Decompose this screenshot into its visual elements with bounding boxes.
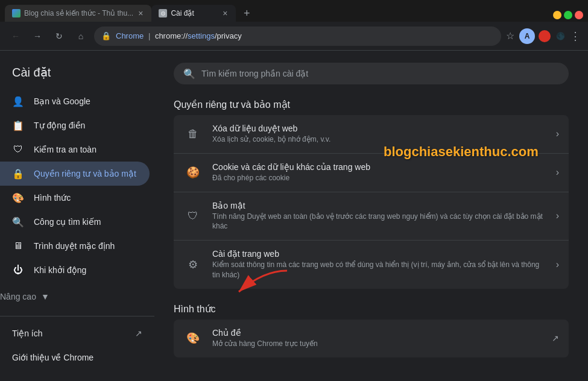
privacy-section-title: Quyền riêng tư và bảo mật xyxy=(174,99,569,110)
theme-row[interactable]: 🎨 Chủ đề Mở cửa hàng Chrome trực tuyến ↗ xyxy=(174,320,569,357)
startup-icon: ⏻ xyxy=(12,264,24,276)
bookmark-button[interactable]: ☆ xyxy=(506,30,514,42)
sidebar-label-ban-va-google: Bạn và Google xyxy=(34,96,90,106)
appearance-icon: 🎨 xyxy=(12,192,24,204)
autofill-icon: 📋 xyxy=(12,119,24,131)
sidebar-item-tien-ich[interactable]: Tiện ích ↗ xyxy=(0,321,154,345)
window-minimize[interactable] xyxy=(553,11,561,19)
sidebar-label-gioi-thieu: Giới thiệu về Chrome xyxy=(12,353,93,362)
default-browser-icon: 🖥 xyxy=(12,240,24,252)
sidebar-item-gioi-thieu[interactable]: Giới thiệu về Chrome xyxy=(0,345,154,370)
theme-title: Chủ đề xyxy=(212,328,542,338)
user-icon: 👤 xyxy=(12,95,24,107)
chevron-right-icon-3: › xyxy=(556,210,559,221)
site-settings-subtitle: Kiểm soát thông tin mà các trang web có … xyxy=(212,260,546,280)
security-subtitle: Tính năng Duyệt web an toàn (bảo vệ trướ… xyxy=(212,212,546,232)
privacy-settings-card: 🗑 Xóa dữ liệu duyệt web Xóa lịch sử, coo… xyxy=(174,115,569,289)
sidebar-label-quyen-rieng-tu: Quyền riêng tư và bảo mật xyxy=(34,169,136,178)
lock-icon: 🔒 xyxy=(101,31,111,40)
external-link-icon: ↗ xyxy=(135,329,142,338)
sidebar-item-kiem-tra-an-toan[interactable]: 🛡 Kiểm tra an toàn xyxy=(0,137,150,162)
site-settings-title: Cài đặt trang web xyxy=(212,249,546,259)
sidebar-label-kiem-tra-an-toan: Kiểm tra an toàn xyxy=(34,145,96,154)
tab-settings-close[interactable]: × xyxy=(221,7,229,19)
profile-area: A 🌑 ⋮ xyxy=(519,28,581,44)
clear-data-title: Xóa dữ liệu duyệt web xyxy=(212,124,546,133)
url-bar[interactable]: 🔒 Chrome | chrome://settings/privacy xyxy=(94,27,501,46)
title-bar: Blog chia sẻ kiến thức - Thủ thu... × ⚙ … xyxy=(0,0,588,22)
clear-data-subtitle: Xóa lịch sử, cookie, bộ nhớ đệm, v.v. xyxy=(212,134,546,145)
advanced-section: Nâng cao ▼ xyxy=(0,292,154,301)
url-separator: | xyxy=(148,31,150,40)
content-panel: 🔍 Tìm kiếm trong phần cài đặt Quyền riên… xyxy=(154,51,588,381)
back-button[interactable]: ← xyxy=(7,28,24,45)
advanced-label[interactable]: Nâng cao ▼ xyxy=(0,292,154,301)
privacy-icon: 🔒 xyxy=(12,168,24,180)
tab-blog-close[interactable]: × xyxy=(137,7,144,19)
window-maximize[interactable] xyxy=(564,11,572,19)
site-settings-text: Cài đặt trang web Kiểm soát thông tin mà… xyxy=(212,249,546,280)
shield-icon: 🛡 xyxy=(183,206,203,225)
profile-avatar[interactable]: A xyxy=(519,28,535,44)
address-bar: ← → ↻ ⌂ 🔒 Chrome | chrome://settings/pri… xyxy=(0,22,588,51)
sidebar-item-khi-khoi-dong[interactable]: ⏻ Khi khởi động xyxy=(0,258,150,282)
clear-data-text: Xóa dữ liệu duyệt web Xóa lịch sử, cooki… xyxy=(212,124,546,145)
advanced-text: Nâng cao xyxy=(0,292,36,301)
tab-settings-favicon: ⚙ xyxy=(159,9,167,17)
sidebar-item-trinh-duyet-mac-dinh[interactable]: 🖥 Trình duyệt mặc định xyxy=(0,234,150,258)
sidebar-label-tien-ich: Tiện ích xyxy=(12,329,43,338)
search-engine-icon: 🔍 xyxy=(12,216,24,228)
tab-blog-favicon xyxy=(12,9,21,17)
url-chrome-label: Chrome xyxy=(116,31,144,40)
url-highlight: settings xyxy=(188,31,215,40)
site-settings-row[interactable]: ⚙ Cài đặt trang web Kiểm soát thông tin … xyxy=(174,241,569,289)
main-content: Cài đặt 👤 Bạn và Google 📋 Tự động điền 🛡… xyxy=(0,51,588,381)
forward-button[interactable]: → xyxy=(29,28,46,45)
sidebar-label-hinh-thuc: Hình thức xyxy=(34,193,71,203)
safety-icon: 🛡 xyxy=(12,143,24,156)
sidebar-label-trinh-duyet-mac-dinh: Trình duyệt mặc định xyxy=(34,241,115,251)
appearance-section-title: Hình thức xyxy=(174,303,569,315)
extension-icon-red[interactable] xyxy=(539,30,551,42)
theme-subtitle: Mở cửa hàng Chrome trực tuyến xyxy=(212,339,542,349)
tab-settings-label: Cài đặt xyxy=(171,9,218,17)
tab-settings[interactable]: ⚙ Cài đặt × xyxy=(151,5,236,22)
security-row[interactable]: 🛡 Bảo mật Tính năng Duyệt web an toàn (b… xyxy=(174,192,569,241)
sliders-icon: ⚙ xyxy=(183,255,203,274)
sidebar-item-ban-va-google[interactable]: 👤 Bạn và Google xyxy=(0,89,150,113)
appearance-settings-card: 🎨 Chủ đề Mở cửa hàng Chrome trực tuyến ↗ xyxy=(174,320,569,357)
security-title: Bảo mật xyxy=(212,201,546,210)
external-icon: ↗ xyxy=(552,333,559,343)
browser-frame: Blog chia sẻ kiến thức - Thủ thu... × ⚙ … xyxy=(0,0,588,381)
security-text: Bảo mật Tính năng Duyệt web an toàn (bảo… xyxy=(212,201,546,232)
reload-button[interactable]: ↻ xyxy=(51,28,68,45)
tab-blog-label: Blog chia sẻ kiến thức - Thủ thu... xyxy=(24,9,133,17)
window-controls xyxy=(553,11,583,22)
theme-text: Chủ đề Mở cửa hàng Chrome trực tuyến xyxy=(212,328,542,349)
search-placeholder: Tìm kiếm trong phần cài đặt xyxy=(201,69,308,78)
theme-icon: 🎨 xyxy=(183,329,203,348)
url-path-2: /privacy xyxy=(215,31,242,40)
settings-search-box[interactable]: 🔍 Tìm kiếm trong phần cài đặt xyxy=(174,63,569,84)
sidebar-title: Cài đặt xyxy=(0,60,154,89)
home-button[interactable]: ⌂ xyxy=(72,28,89,45)
new-tab-button[interactable]: + xyxy=(238,5,255,22)
window-close[interactable] xyxy=(575,11,583,19)
tab-blog[interactable]: Blog chia sẻ kiến thức - Thủ thu... × xyxy=(5,5,151,22)
extension-icon-dark[interactable]: 🌑 xyxy=(554,30,566,42)
cookie-text: Cookie và các dữ liệu khác của trang web… xyxy=(212,162,546,183)
sidebar-item-cong-cu-tim-kiem[interactable]: 🔍 Công cụ tìm kiếm xyxy=(0,210,150,234)
chevron-right-icon: › xyxy=(556,128,559,139)
menu-button[interactable]: ⋮ xyxy=(570,30,581,43)
sidebar-label-tu-dong-dien: Tự động điền xyxy=(34,121,85,130)
sidebar-item-quyen-rieng-tu[interactable]: 🔒 Quyền riêng tư và bảo mật xyxy=(0,162,150,186)
watermark: blogchiasekienthuc.com xyxy=(384,144,539,160)
content-wrapper: blogchiasekienthuc.com xyxy=(154,51,588,381)
sidebar-item-tu-dong-dien[interactable]: 📋 Tự động điền xyxy=(0,113,150,137)
chevron-right-icon-4: › xyxy=(556,259,559,270)
cookie-title: Cookie và các dữ liệu khác của trang web xyxy=(212,162,546,172)
sidebar-item-hinh-thuc[interactable]: 🎨 Hình thức xyxy=(0,186,150,210)
cookie-subtitle: Đã cho phép các cookie xyxy=(212,173,546,183)
chevron-down-icon: ▼ xyxy=(41,292,49,301)
url-path: chrome:// xyxy=(155,31,188,40)
